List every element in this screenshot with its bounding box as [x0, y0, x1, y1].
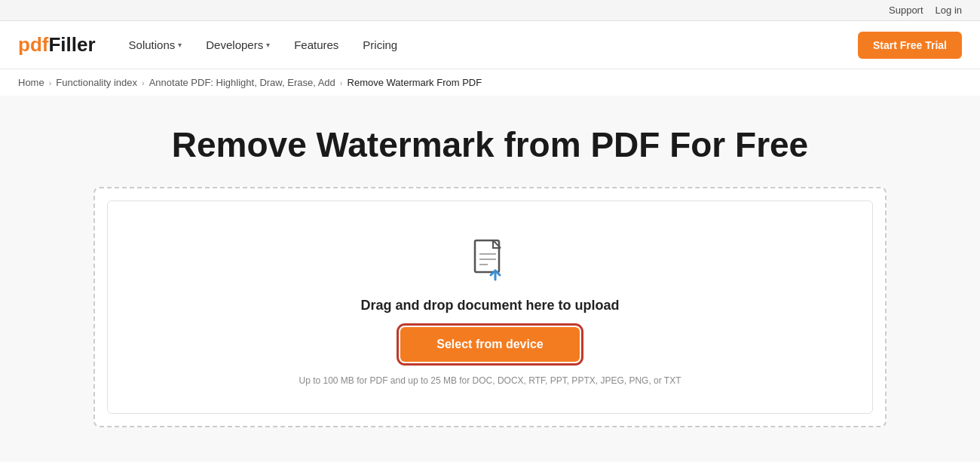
- upload-icon-wrap: [471, 239, 509, 284]
- breadcrumb-annotate[interactable]: Annotate PDF: Highlight, Draw, Erase, Ad…: [149, 77, 335, 88]
- upload-section: Drag and drop document here to upload Se…: [75, 187, 905, 427]
- breadcrumb-home[interactable]: Home: [18, 77, 44, 88]
- svg-rect-0: [475, 240, 499, 272]
- solutions-chevron-icon: ▾: [178, 41, 182, 49]
- logo-filler-text: Filler: [48, 33, 95, 57]
- breadcrumb-sep-2: ›: [142, 78, 145, 87]
- page-content: Remove Watermark from PDF For Free: [0, 96, 980, 462]
- footer-date: Today Aug 19th, 2024*: [0, 450, 980, 462]
- breadcrumb-sep-1: ›: [49, 78, 52, 87]
- logo-pdf-text: pdf: [18, 33, 48, 57]
- nav-developers[interactable]: Developers ▾: [197, 32, 279, 57]
- breadcrumb: Home › Functionality index › Annotate PD…: [0, 69, 980, 96]
- main-navbar: pdfFiller Solutions ▾ Developers ▾ Featu…: [0, 21, 980, 69]
- breadcrumb-current: Remove Watermark From PDF: [348, 77, 482, 88]
- page-title: Remove Watermark from PDF For Free: [18, 126, 962, 164]
- top-utility-bar: Support Log in: [0, 0, 980, 21]
- nav-solutions[interactable]: Solutions ▾: [120, 32, 191, 57]
- breadcrumb-sep-3: ›: [340, 78, 343, 87]
- breadcrumb-functionality[interactable]: Functionality index: [56, 77, 137, 88]
- select-from-device-button[interactable]: Select from device: [400, 327, 579, 362]
- hero-section: Remove Watermark from PDF For Free: [0, 96, 980, 187]
- developers-chevron-icon: ▾: [266, 41, 270, 49]
- nav-links: Solutions ▾ Developers ▾ Features Pricin…: [120, 32, 858, 57]
- upload-file-note: Up to 100 MB for PDF and up to 25 MB for…: [299, 375, 681, 386]
- start-free-trial-button[interactable]: Start Free Trial: [858, 32, 962, 59]
- support-link[interactable]: Support: [889, 5, 923, 16]
- upload-document-icon: [471, 239, 509, 284]
- nav-features[interactable]: Features: [285, 32, 348, 57]
- nav-pricing[interactable]: Pricing: [354, 32, 406, 57]
- upload-outer-border: Drag and drop document here to upload Se…: [93, 187, 887, 427]
- upload-drop-zone[interactable]: Drag and drop document here to upload Se…: [107, 200, 873, 414]
- drag-drop-text: Drag and drop document here to upload: [360, 298, 619, 314]
- login-link[interactable]: Log in: [936, 5, 962, 16]
- logo-link[interactable]: pdfFiller: [18, 33, 96, 57]
